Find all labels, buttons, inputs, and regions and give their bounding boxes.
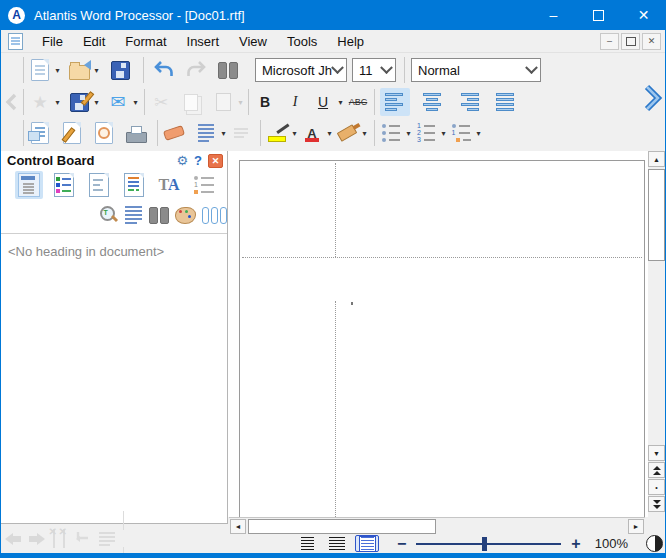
bullet-list-button[interactable]: [378, 119, 404, 147]
select-browse-object-button[interactable]: •: [648, 479, 665, 495]
menu-tools[interactable]: Tools: [277, 32, 327, 51]
multilevel-list-dropdown[interactable]: ▾: [474, 129, 483, 138]
menu-view[interactable]: View: [229, 32, 277, 51]
font-color-button[interactable]: A: [299, 119, 325, 147]
outline-tab[interactable]: 1: [190, 171, 218, 199]
italic-button[interactable]: I: [282, 88, 308, 116]
format-painter-button[interactable]: [334, 119, 360, 147]
underline-dropdown[interactable]: ▾: [336, 98, 345, 107]
mdi-close-button[interactable]: ✕: [642, 33, 661, 50]
highlight-dropdown[interactable]: ▾: [290, 129, 299, 138]
bold-button[interactable]: B: [252, 88, 278, 116]
paragraph-formatting-button[interactable]: [193, 119, 219, 147]
style-combobox[interactable]: Normal: [411, 58, 541, 82]
numbered-list-button[interactable]: 1 2 3: [413, 119, 439, 147]
align-left-button[interactable]: [380, 88, 410, 116]
horizontal-scrollbar[interactable]: ◄ ►: [229, 517, 645, 535]
styles-tab[interactable]: [120, 171, 148, 199]
paragraph-formatting-dropdown[interactable]: ▾: [219, 129, 228, 138]
menu-file[interactable]: File: [32, 32, 73, 51]
document-properties-button[interactable]: [27, 119, 53, 147]
clips-tab[interactable]: [202, 201, 227, 229]
scroll-right-button[interactable]: ►: [628, 519, 644, 534]
paragraph-tab[interactable]: [124, 201, 143, 229]
menu-help[interactable]: Help: [327, 32, 374, 51]
online-view-button[interactable]: [325, 535, 349, 552]
favorites-dropdown[interactable]: ▾: [53, 98, 62, 107]
find-button[interactable]: [215, 56, 241, 84]
close-button[interactable]: ✕: [621, 0, 666, 30]
new-document-dropdown[interactable]: ▾: [53, 66, 62, 75]
open-button[interactable]: [66, 56, 92, 84]
remove-all-markers-button[interactable]: ✕: [63, 530, 65, 548]
print-button[interactable]: [123, 119, 149, 147]
scroll-down-button[interactable]: ▼: [648, 445, 665, 461]
email-dropdown[interactable]: ▾: [131, 98, 140, 107]
save-special-button[interactable]: [66, 88, 92, 116]
bookmarks-tab[interactable]: [50, 171, 78, 199]
underline-button[interactable]: U: [310, 88, 336, 116]
zoom-in-button[interactable]: +: [571, 535, 580, 553]
go-forward-button[interactable]: [29, 533, 45, 545]
search-tab[interactable]: [149, 201, 169, 229]
bullet-list-dropdown[interactable]: ▾: [404, 129, 413, 138]
print-preview-button[interactable]: [91, 119, 117, 147]
colors-tab[interactable]: [175, 201, 196, 229]
zoom-tool-tab[interactable]: T: [99, 201, 118, 229]
menu-edit[interactable]: Edit: [73, 32, 115, 51]
new-document-button[interactable]: [27, 56, 53, 84]
font-name-combobox[interactable]: Microsoft Jh: [255, 58, 347, 82]
redo-button[interactable]: [183, 56, 209, 84]
open-dropdown[interactable]: ▾: [92, 66, 101, 75]
go-back-button[interactable]: [5, 533, 21, 545]
highlight-button[interactable]: [264, 119, 290, 147]
scroll-up-button[interactable]: ▲: [648, 151, 665, 167]
return-to-edit-button[interactable]: [73, 529, 91, 549]
control-board-close-button[interactable]: ✕: [208, 154, 223, 168]
fonts-tab[interactable]: TA: [155, 171, 183, 199]
list-view-button[interactable]: [99, 532, 115, 546]
zoom-slider-thumb[interactable]: [482, 537, 487, 551]
zoom-out-button[interactable]: −: [397, 535, 406, 553]
gear-icon[interactable]: ⚙: [176, 153, 188, 168]
collapse-toolbars-button[interactable]: [2, 88, 20, 116]
menu-insert[interactable]: Insert: [177, 32, 230, 51]
document-page[interactable]: [239, 160, 645, 517]
remove-marker-button[interactable]: ✕: [53, 530, 55, 548]
save-special-dropdown[interactable]: ▾: [92, 98, 101, 107]
email-button[interactable]: ✉: [105, 88, 131, 116]
format-painter-dropdown[interactable]: ▾: [360, 129, 369, 138]
justify-button[interactable]: [491, 88, 521, 116]
numbered-list-dropdown[interactable]: ▾: [439, 129, 448, 138]
scroll-left-button[interactable]: ◄: [230, 519, 246, 534]
paste-dropdown[interactable]: ▾: [236, 98, 245, 107]
save-button[interactable]: [107, 56, 133, 84]
font-color-dropdown[interactable]: ▾: [325, 129, 334, 138]
help-icon[interactable]: ?: [194, 153, 202, 168]
copy-button[interactable]: [178, 88, 204, 116]
page-setup-button[interactable]: [59, 119, 85, 147]
document-system-icon[interactable]: [8, 33, 23, 50]
page-layout-view-button[interactable]: [355, 535, 379, 552]
cut-button[interactable]: ✂: [148, 88, 174, 116]
align-center-button[interactable]: [417, 88, 447, 116]
fields-tab[interactable]: [85, 171, 113, 199]
previous-page-button[interactable]: [648, 462, 665, 478]
multilevel-list-button[interactable]: 1: [448, 119, 474, 147]
expand-toolbars-button[interactable]: [641, 84, 663, 116]
undo-button[interactable]: [151, 56, 177, 84]
headings-tab[interactable]: [15, 171, 43, 199]
contrast-toggle-icon[interactable]: [646, 535, 663, 552]
mdi-restore-button[interactable]: [621, 33, 640, 50]
draft-view-button[interactable]: [295, 535, 319, 552]
favorites-button[interactable]: ★: [27, 88, 53, 116]
align-right-button[interactable]: [454, 88, 484, 116]
paste-button[interactable]: [210, 88, 236, 116]
mdi-minimize-button[interactable]: –: [600, 33, 619, 50]
maximize-button[interactable]: [576, 0, 621, 30]
minimize-button[interactable]: –: [531, 0, 576, 30]
horizontal-scrollbar-thumb[interactable]: [248, 519, 436, 534]
menu-format[interactable]: Format: [115, 32, 176, 51]
vertical-scrollbar-thumb[interactable]: [648, 169, 665, 261]
eraser-button[interactable]: [161, 119, 187, 147]
